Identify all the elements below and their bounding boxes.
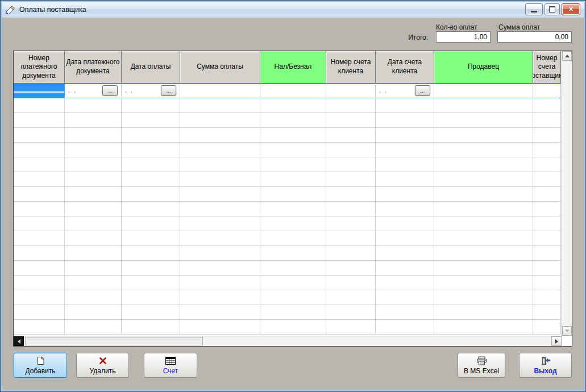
grid-cell[interactable] bbox=[180, 84, 260, 98]
empty-grid-cell bbox=[122, 98, 180, 112]
date-picker-ellipsis-button[interactable]: ... bbox=[415, 85, 430, 96]
grid-selected-row[interactable]: . ..... ..... .... bbox=[14, 84, 561, 98]
empty-grid-cell bbox=[122, 305, 180, 319]
grid-cell[interactable] bbox=[326, 84, 376, 98]
empty-grid-row[interactable] bbox=[14, 98, 561, 113]
empty-grid-cell bbox=[260, 143, 326, 157]
date-cell[interactable]: . .... bbox=[376, 84, 434, 98]
column-header-8[interactable]: Продавец bbox=[434, 51, 533, 84]
delete-button[interactable]: Удалить bbox=[76, 353, 129, 378]
column-header-3[interactable]: Дата оплаты bbox=[122, 51, 180, 84]
grid-cell[interactable] bbox=[260, 84, 326, 98]
empty-grid-cell bbox=[533, 143, 561, 157]
column-header-5[interactable]: Нал/Безнал bbox=[260, 51, 326, 84]
empty-grid-row[interactable] bbox=[14, 128, 561, 143]
empty-grid-row[interactable] bbox=[14, 320, 561, 335]
empty-grid-cell bbox=[434, 216, 533, 231]
grid-empty-rows bbox=[14, 98, 561, 335]
empty-grid-cell bbox=[180, 98, 260, 112]
date-cell[interactable]: . .... bbox=[122, 84, 180, 98]
exit-button[interactable]: Выход bbox=[519, 353, 572, 378]
account-button[interactable]: Счет bbox=[144, 353, 197, 378]
scroll-right-button[interactable] bbox=[551, 336, 562, 346]
column-header-6[interactable]: Номер счета клиента bbox=[326, 51, 376, 84]
grid-cell[interactable] bbox=[434, 84, 533, 98]
close-button[interactable]: ✕ bbox=[562, 3, 580, 15]
date-picker-ellipsis-button[interactable]: ... bbox=[102, 85, 118, 96]
empty-grid-cell bbox=[376, 98, 434, 112]
empty-grid-cell bbox=[122, 128, 180, 142]
empty-grid-cell bbox=[65, 231, 122, 245]
empty-grid-row[interactable] bbox=[14, 202, 561, 216]
empty-grid-cell bbox=[14, 187, 65, 201]
add-button[interactable]: Добавить bbox=[14, 353, 67, 378]
empty-grid-cell bbox=[376, 231, 434, 245]
empty-grid-cell bbox=[326, 216, 376, 231]
column-header-2[interactable]: Дата платежного документа bbox=[65, 51, 122, 84]
empty-grid-cell bbox=[434, 113, 533, 127]
empty-grid-cell bbox=[14, 290, 65, 305]
empty-grid-cell bbox=[180, 261, 260, 275]
payments-sum-field[interactable]: 0,00 bbox=[497, 31, 572, 43]
scroll-down-button[interactable] bbox=[562, 326, 572, 336]
empty-grid-cell bbox=[122, 113, 180, 127]
minimize-button[interactable] bbox=[525, 3, 543, 15]
itogo-label: Итого: bbox=[398, 34, 428, 41]
empty-grid-row[interactable] bbox=[14, 157, 561, 172]
empty-grid-cell bbox=[14, 276, 65, 290]
column-header-4[interactable]: Сумма оплаты bbox=[180, 51, 260, 84]
empty-grid-row[interactable] bbox=[14, 261, 561, 276]
empty-grid-cell bbox=[533, 157, 561, 172]
scroll-up-button[interactable] bbox=[562, 51, 572, 61]
scroll-left-button[interactable] bbox=[14, 336, 24, 346]
empty-grid-cell bbox=[122, 276, 180, 290]
empty-grid-row[interactable] bbox=[14, 276, 561, 290]
column-header-7[interactable]: Дата счета клиента bbox=[376, 51, 434, 84]
payments-grid: Номер платежного документаДата платежног… bbox=[13, 51, 572, 347]
empty-grid-cell bbox=[180, 276, 260, 290]
empty-grid-cell bbox=[326, 246, 376, 260]
grid-cell[interactable] bbox=[533, 84, 561, 98]
empty-grid-row[interactable] bbox=[14, 113, 561, 128]
empty-grid-row[interactable] bbox=[14, 231, 561, 246]
empty-grid-cell bbox=[65, 290, 122, 305]
empty-grid-row[interactable] bbox=[14, 305, 561, 320]
empty-grid-cell bbox=[533, 216, 561, 231]
printer-icon bbox=[476, 356, 487, 366]
column-header-1[interactable]: Номер платежного документа bbox=[14, 51, 65, 84]
empty-grid-row[interactable] bbox=[14, 246, 561, 261]
empty-grid-cell bbox=[533, 261, 561, 275]
empty-grid-cell bbox=[533, 187, 561, 201]
empty-grid-row[interactable] bbox=[14, 290, 561, 305]
empty-grid-row[interactable] bbox=[14, 143, 561, 157]
date-mask-placeholder: . . bbox=[68, 87, 77, 94]
date-picker-ellipsis-button[interactable]: ... bbox=[161, 85, 176, 96]
vertical-scrollbar[interactable] bbox=[562, 51, 572, 336]
selected-cell[interactable] bbox=[14, 84, 65, 98]
empty-grid-cell bbox=[326, 320, 376, 334]
date-cell[interactable]: . .... bbox=[65, 84, 122, 98]
maximize-icon bbox=[549, 6, 555, 12]
empty-grid-cell bbox=[434, 172, 533, 186]
empty-grid-cell bbox=[65, 157, 122, 172]
payments-count-field[interactable]: 1,00 bbox=[436, 31, 491, 43]
column-header-9[interactable]: Номер счета поставщика bbox=[533, 51, 561, 84]
excel-button[interactable]: В MS Excel bbox=[458, 353, 505, 378]
maximize-button[interactable] bbox=[545, 3, 560, 15]
empty-grid-cell bbox=[14, 246, 65, 260]
empty-grid-row[interactable] bbox=[14, 187, 561, 202]
empty-grid-row[interactable] bbox=[14, 172, 561, 187]
empty-grid-cell bbox=[326, 276, 376, 290]
empty-grid-cell bbox=[533, 113, 561, 127]
empty-grid-cell bbox=[326, 305, 376, 319]
arrow-up-icon bbox=[565, 55, 570, 57]
empty-grid-cell bbox=[533, 202, 561, 216]
empty-grid-cell bbox=[533, 98, 561, 112]
empty-grid-cell bbox=[376, 261, 434, 275]
horizontal-scroll-thumb[interactable] bbox=[25, 337, 203, 345]
empty-grid-cell bbox=[376, 202, 434, 216]
empty-grid-row[interactable] bbox=[14, 216, 561, 231]
empty-grid-cell bbox=[260, 246, 326, 260]
horizontal-scrollbar[interactable] bbox=[14, 336, 562, 346]
empty-grid-cell bbox=[533, 276, 561, 290]
